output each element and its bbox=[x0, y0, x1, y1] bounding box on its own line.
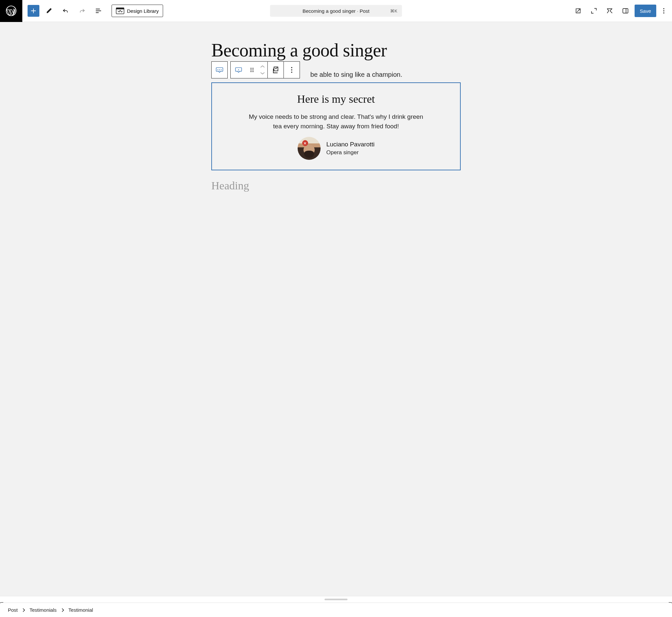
kadence-button[interactable] bbox=[603, 4, 616, 17]
drag-handle[interactable] bbox=[246, 62, 258, 78]
heading-placeholder[interactable]: Heading bbox=[211, 180, 461, 192]
testimonial-body[interactable]: My voice needs to be strong and clear. T… bbox=[244, 112, 428, 131]
svg-point-5 bbox=[663, 10, 664, 11]
settings-sidebar-button[interactable] bbox=[619, 4, 632, 17]
command-bar-separator: · bbox=[357, 8, 358, 14]
editor-canvas[interactable]: Becoming a good singer bbox=[0, 22, 672, 596]
author-text: Luciano Pavarotti Opera singer bbox=[326, 141, 375, 156]
block-toolbar-copy-group bbox=[267, 61, 284, 78]
topbar-right-tools: Save bbox=[572, 4, 672, 17]
add-block-button[interactable] bbox=[28, 5, 39, 17]
testimonial-heading[interactable]: Here is my secret bbox=[232, 93, 440, 106]
list-view-icon bbox=[95, 7, 102, 14]
close-icon bbox=[303, 142, 306, 145]
command-bar-type: Post bbox=[360, 8, 370, 14]
copy-icon bbox=[272, 66, 279, 74]
document-overview-button[interactable] bbox=[92, 4, 105, 17]
svg-point-18 bbox=[291, 71, 292, 73]
block-type-testimonial-button[interactable] bbox=[231, 62, 246, 78]
external-link-icon bbox=[575, 7, 582, 14]
document: Becoming a good singer bbox=[211, 40, 461, 192]
svg-point-9 bbox=[250, 67, 251, 68]
fullscreen-button[interactable] bbox=[587, 4, 601, 17]
svg-rect-3 bbox=[623, 9, 628, 13]
wordpress-logo-button[interactable] bbox=[0, 0, 22, 22]
copy-block-button[interactable] bbox=[268, 62, 283, 78]
editor-topbar: Design Library Becoming a good singer · … bbox=[0, 0, 672, 22]
block-toolbar-type-group bbox=[230, 61, 268, 78]
expand-icon bbox=[590, 7, 598, 14]
drag-icon bbox=[248, 66, 256, 74]
more-vertical-icon bbox=[660, 7, 667, 14]
block-toolbar-more-group bbox=[283, 61, 300, 78]
author-avatar[interactable] bbox=[297, 137, 320, 160]
chevron-right-icon bbox=[22, 608, 25, 612]
testimonial-icon bbox=[235, 66, 242, 74]
command-bar[interactable]: Becoming a good singer · Post ⌘K bbox=[270, 5, 402, 17]
redo-icon bbox=[78, 7, 86, 14]
tools-button[interactable] bbox=[43, 4, 56, 17]
svg-point-10 bbox=[252, 67, 253, 68]
design-library-icon bbox=[116, 7, 125, 14]
editor-footer: Post Testimonials Testimonial bbox=[0, 603, 672, 617]
testimonials-icon bbox=[216, 66, 223, 74]
testimonial-author: Luciano Pavarotti Opera singer bbox=[232, 137, 440, 160]
testimonial-block[interactable]: Here is my secret My voice needs to be s… bbox=[211, 82, 461, 171]
canvas-resize-handle[interactable] bbox=[0, 596, 672, 603]
author-role[interactable]: Opera singer bbox=[326, 149, 375, 156]
post-title[interactable]: Becoming a good singer bbox=[211, 40, 461, 61]
kadence-icon bbox=[606, 7, 613, 14]
breadcrumb-item[interactable]: Testimonials bbox=[29, 607, 57, 613]
save-button[interactable]: Save bbox=[635, 5, 656, 17]
remove-avatar-button[interactable] bbox=[302, 140, 308, 146]
command-bar-title: Becoming a good singer bbox=[302, 8, 356, 14]
move-up-button[interactable] bbox=[258, 63, 267, 70]
svg-point-11 bbox=[250, 69, 251, 70]
breadcrumb-item[interactable]: Testimonial bbox=[68, 607, 93, 613]
sidebar-icon bbox=[622, 7, 629, 14]
plus-icon bbox=[30, 7, 37, 14]
svg-point-14 bbox=[252, 71, 253, 72]
svg-point-13 bbox=[250, 71, 251, 72]
svg-point-17 bbox=[291, 69, 292, 70]
breadcrumb-item[interactable]: Post bbox=[8, 607, 18, 613]
svg-rect-2 bbox=[116, 8, 124, 10]
block-more-options-button[interactable] bbox=[284, 62, 299, 78]
command-bar-shortcut: ⌘K bbox=[390, 9, 397, 13]
pencil-icon bbox=[46, 7, 53, 14]
svg-point-6 bbox=[663, 12, 664, 13]
breadcrumb: Post Testimonials Testimonial bbox=[8, 607, 93, 613]
undo-icon bbox=[62, 7, 69, 14]
svg-point-12 bbox=[252, 69, 253, 70]
select-parent-testimonials-button[interactable] bbox=[212, 62, 227, 78]
avatar-wrap bbox=[297, 137, 320, 160]
wordpress-icon bbox=[6, 5, 17, 16]
move-down-button[interactable] bbox=[258, 70, 267, 76]
design-library-label: Design Library bbox=[127, 8, 159, 14]
save-button-label: Save bbox=[640, 8, 651, 14]
svg-point-16 bbox=[291, 67, 292, 68]
design-library-button[interactable]: Design Library bbox=[111, 5, 163, 17]
chevron-up-icon bbox=[259, 65, 265, 68]
redo-button[interactable] bbox=[75, 4, 88, 17]
chevron-right-icon bbox=[61, 608, 64, 612]
undo-button[interactable] bbox=[59, 4, 72, 17]
chevron-down-icon bbox=[259, 71, 265, 75]
block-toolbar-parent-group bbox=[211, 61, 228, 78]
more-options-button[interactable] bbox=[659, 4, 669, 17]
author-name[interactable]: Luciano Pavarotti bbox=[326, 141, 375, 148]
view-post-button[interactable] bbox=[572, 4, 585, 17]
svg-point-4 bbox=[663, 8, 664, 9]
more-vertical-icon bbox=[288, 66, 296, 74]
topbar-left-tools: Design Library bbox=[22, 4, 163, 17]
block-toolbar bbox=[211, 61, 300, 78]
